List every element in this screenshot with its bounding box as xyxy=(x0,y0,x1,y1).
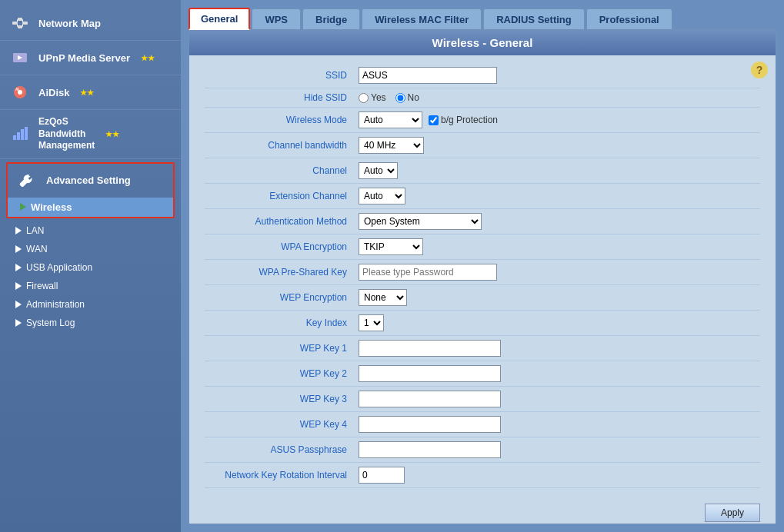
svg-rect-16 xyxy=(25,127,28,140)
advanced-setting-header[interactable]: Advanced Setting xyxy=(8,164,173,198)
firewall-arrow xyxy=(15,282,22,290)
key-index-label: Key Index xyxy=(205,318,359,328)
tab-radius-setting[interactable]: RADIUS Setting xyxy=(483,8,585,30)
wep-encryption-select[interactable]: None 64-bit 128-bit xyxy=(359,289,407,306)
channel-row: Channel Auto 123 611 xyxy=(205,158,760,184)
sidebar-item-system-log[interactable]: System Log xyxy=(0,314,181,332)
rotation-input[interactable] xyxy=(359,467,405,484)
network-map-icon xyxy=(9,12,31,34)
rotation-control xyxy=(359,467,760,484)
key-index-control: 1234 xyxy=(359,314,760,331)
upnp-icon xyxy=(9,47,31,68)
wan-arrow xyxy=(15,245,22,253)
lan-label: LAN xyxy=(26,225,44,236)
bg-protection-checkbox[interactable] xyxy=(429,115,439,125)
wpa-encryption-control: TKIP AES TKIP+AES xyxy=(359,238,760,255)
wpa-encryption-select[interactable]: TKIP AES TKIP+AES xyxy=(359,238,423,255)
channel-select[interactable]: Auto 123 611 xyxy=(359,162,398,179)
tab-bridge[interactable]: Bridge xyxy=(302,8,360,30)
sidebar-item-administration[interactable]: Administration xyxy=(0,295,181,314)
sidebar-label-ezqos: EzQoS Bandwidth Management xyxy=(38,116,95,152)
wpa-psk-input[interactable] xyxy=(359,264,497,281)
channel-bandwidth-control: 40 MHz 20 MHz 20/40 MHz xyxy=(359,137,760,154)
tab-wps[interactable]: WPS xyxy=(252,8,301,30)
hide-ssid-label: Hide SSID xyxy=(205,92,359,103)
ssid-label: SSID xyxy=(205,70,359,81)
lan-arrow xyxy=(15,227,22,234)
ssid-row: SSID xyxy=(205,63,760,88)
auth-method-control: Open System Shared Key WPA-Personal WPA2… xyxy=(359,213,760,230)
hide-ssid-yes[interactable]: Yes xyxy=(359,92,386,103)
ssid-input[interactable] xyxy=(359,67,497,84)
ezqos-icon xyxy=(9,123,31,145)
extension-channel-select[interactable]: Auto Above Below xyxy=(359,188,405,204)
channel-bandwidth-select[interactable]: 40 MHz 20 MHz 20/40 MHz xyxy=(359,137,424,154)
wep-key3-label: WEP Key 3 xyxy=(205,394,359,404)
usb-label: USB Application xyxy=(26,262,92,273)
hide-ssid-row: Hide SSID Yes No xyxy=(205,88,760,108)
svg-rect-13 xyxy=(13,135,16,140)
sidebar-item-ezqos[interactable]: EzQoS Bandwidth Management ★★ xyxy=(0,110,181,159)
apply-button[interactable]: Apply xyxy=(705,504,760,522)
tab-general[interactable]: General xyxy=(188,8,250,30)
svg-rect-3 xyxy=(23,22,28,25)
hide-ssid-control: Yes No xyxy=(359,92,760,103)
sidebar-item-aidisk[interactable]: AI AiDisk ★★ xyxy=(0,75,181,110)
extension-channel-control: Auto Above Below xyxy=(359,188,760,204)
upnp-stars: ★★ xyxy=(141,54,155,62)
sidebar-item-usb-application[interactable]: USB Application xyxy=(0,258,181,277)
channel-label: Channel xyxy=(205,165,359,176)
hide-ssid-yes-radio[interactable] xyxy=(359,93,369,103)
syslog-label: System Log xyxy=(26,318,75,328)
tab-professional[interactable]: Professional xyxy=(586,8,672,30)
key-index-select[interactable]: 1234 xyxy=(359,314,384,331)
hide-ssid-no[interactable]: No xyxy=(395,92,419,103)
wep-key2-label: WEP Key 2 xyxy=(205,368,359,379)
sidebar-item-upnp[interactable]: UPnP Media Server ★★ xyxy=(0,41,181,75)
panel-body: SSID Hide SSID Yes No xyxy=(189,55,776,496)
sidebar-item-lan[interactable]: LAN xyxy=(0,221,181,240)
wireless-mode-select[interactable]: Auto N Only B/G Mixed xyxy=(359,111,422,128)
sidebar-item-firewall[interactable]: Firewall xyxy=(0,277,181,295)
auth-method-label: Authentication Method xyxy=(205,216,359,227)
ezqos-stars: ★★ xyxy=(105,130,119,138)
sidebar-item-wan[interactable]: WAN xyxy=(0,240,181,258)
wrench-icon xyxy=(17,170,38,191)
wep-key4-input[interactable] xyxy=(359,416,501,433)
rotation-row: Network Key Rotation Interval xyxy=(205,463,760,488)
tabs-container: General WPS Bridge Wireless MAC Filter R… xyxy=(188,8,776,30)
passphrase-input[interactable] xyxy=(359,441,501,458)
extension-channel-label: Extension Channel xyxy=(205,191,359,201)
help-icon[interactable]: ? xyxy=(751,62,768,78)
aidisk-icon: AI xyxy=(9,81,31,103)
sidebar-item-network-map[interactable]: Network Map xyxy=(0,6,181,41)
svg-text:AI: AI xyxy=(15,87,20,91)
wep-key1-input[interactable] xyxy=(359,340,501,357)
tab-wireless-mac-filter[interactable]: Wireless MAC Filter xyxy=(362,8,482,30)
bg-protection-label[interactable]: b/g Protection xyxy=(429,115,498,125)
ssid-control xyxy=(359,67,760,84)
auth-method-select[interactable]: Open System Shared Key WPA-Personal WPA2… xyxy=(359,213,482,230)
wep-key3-input[interactable] xyxy=(359,391,501,407)
wep-key2-input[interactable] xyxy=(359,365,501,382)
channel-control: Auto 123 611 xyxy=(359,162,760,179)
svg-rect-15 xyxy=(21,129,24,140)
firewall-label: Firewall xyxy=(26,281,58,291)
syslog-arrow xyxy=(15,319,22,327)
wep-key4-label: WEP Key 4 xyxy=(205,419,359,430)
rotation-label: Network Key Rotation Interval xyxy=(205,470,359,480)
wpa-psk-control xyxy=(359,264,760,281)
wep-encryption-control: None 64-bit 128-bit xyxy=(359,289,760,306)
wpa-psk-label: WPA Pre-Shared Key xyxy=(205,267,359,278)
svg-line-6 xyxy=(22,19,23,23)
auth-method-row: Authentication Method Open System Shared… xyxy=(205,209,760,234)
advanced-setting-section: Advanced Setting Wireless xyxy=(6,162,175,218)
aidisk-stars: ★★ xyxy=(80,88,94,97)
wireless-mode-row: Wireless Mode Auto N Only B/G Mixed b/g … xyxy=(205,108,760,133)
sidebar-label-network-map: Network Map xyxy=(38,18,101,29)
sidebar-item-wireless[interactable]: Wireless xyxy=(8,198,173,217)
svg-line-7 xyxy=(22,23,23,27)
hide-ssid-no-radio[interactable] xyxy=(395,93,405,103)
wep-encryption-label: WEP Encryption xyxy=(205,292,359,303)
svg-rect-14 xyxy=(17,132,20,140)
